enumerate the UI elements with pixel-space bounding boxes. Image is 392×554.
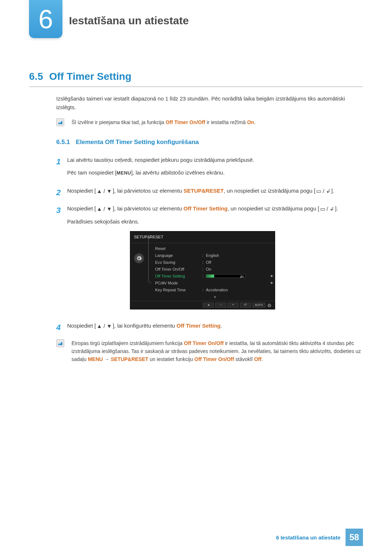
- step-index: 4: [56, 321, 67, 334]
- osd-slider-fill: [206, 275, 214, 278]
- section-number: 6.5: [29, 71, 43, 82]
- subsection-title: Elementa Off Timer Setting konfigurēšana: [76, 139, 199, 145]
- osd-minus-icon: −: [215, 303, 226, 308]
- osd-row-active: Off Timer Setting: 4h ▶: [155, 273, 275, 280]
- osd-row: Language:English: [155, 252, 275, 259]
- osd-more-icon: ▼: [155, 294, 275, 300]
- subsection-heading: 6.5.1 Elementa Off Timer Setting konfigu…: [56, 137, 361, 147]
- osd-screenshot: SETUP&RESET: [130, 231, 275, 309]
- section-heading: 6.5 Off Timer Setting: [29, 71, 363, 82]
- section-divider: [29, 86, 363, 87]
- menu-keyword: MENU: [117, 170, 131, 176]
- osd-row: Off Timer On/Off:On: [155, 266, 275, 273]
- page-footer: 6 Iestatīšana un atiestate 58: [276, 529, 363, 546]
- step-index: 2: [56, 186, 67, 199]
- osd-slider: 4h: [206, 274, 246, 278]
- osd-back-icon: ◂: [203, 303, 214, 308]
- osd-plus-icon: +: [228, 303, 238, 308]
- osd-enter-icon: ⏎: [240, 303, 251, 308]
- step-list: 1 Lai atvērtu taustiņu ceļvedi, nospiedi…: [56, 155, 361, 334]
- chapter-title: Iestatīšana un atiestate: [69, 15, 189, 27]
- osd-slider-value: 4h: [240, 274, 244, 278]
- osd-row: Eco Saving:Off: [155, 259, 275, 266]
- up-down-icon: ▲ / ▼: [96, 189, 113, 194]
- enter-source-icon: ▭ / ↲: [319, 206, 335, 212]
- caret-right-icon: ▶: [271, 274, 273, 279]
- note-eu-regulation: Eiropas tirgū izplatītajiem izstrādājumi…: [56, 339, 361, 364]
- step-3: 3 Nospiediet [▲ / ▼], lai pārvietotos uz…: [56, 204, 361, 316]
- step-text: Nospiediet [▲ / ▼], lai konfigurētu elem…: [67, 321, 222, 334]
- step-index: 3: [56, 204, 67, 316]
- osd-bracket-icon: [148, 234, 152, 284]
- up-down-icon: ▲ / ▼: [96, 324, 113, 329]
- step-text: Nospiediet [▲ / ▼], lai pārvietotos uz e…: [67, 204, 338, 316]
- osd-menu: Reset Language:English Eco Saving:Off: [148, 243, 275, 301]
- chapter-number: 6: [38, 6, 53, 32]
- gear-icon: [134, 253, 144, 263]
- caret-right-icon: ▶: [271, 280, 273, 286]
- step-1: 1 Lai atvērtu taustiņu ceļvedi, nospiedi…: [56, 155, 361, 181]
- step-2: 2 Nospiediet [▲ / ▼], lai pārvietotos uz…: [56, 186, 361, 199]
- note-text: Šī izvēlne ir pieejama tikai tad, ja fun…: [72, 118, 256, 126]
- body: Izslēgšanās taimeri var iestatīt diapazo…: [56, 94, 361, 364]
- note-availability: Šī izvēlne ir pieejama tikai tad, ja fun…: [56, 118, 361, 126]
- osd-power-icon: ⏻: [267, 303, 272, 308]
- enter-source-icon: ▭ / ↲: [315, 189, 331, 194]
- step-4: 4 Nospiediet [▲ / ▼], lai konfigurētu el…: [56, 321, 361, 334]
- step-text: Lai atvērtu taustiņu ceļvedi, nospiediet…: [67, 155, 254, 181]
- step-text: Nospiediet [▲ / ▼], lai pārvietotos uz e…: [67, 186, 334, 199]
- footer-chapter: 6 Iestatīšana un atiestate: [276, 534, 340, 541]
- intro-text: Izslēgšanās taimeri var iestatīt diapazo…: [56, 94, 361, 112]
- step-index: 1: [56, 155, 67, 181]
- footer-page-number: 58: [346, 529, 363, 546]
- note-icon: [56, 118, 64, 126]
- note-icon: [56, 339, 64, 347]
- section-title: Off Timer Setting: [49, 71, 131, 82]
- up-down-icon: ▲ / ▼: [96, 206, 113, 212]
- osd-row: PC/AV Mode ▶: [155, 280, 275, 287]
- osd-footer: ◂ − + ⏎ AUTO ⏻: [130, 301, 275, 309]
- subsection-number: 6.5.1: [56, 139, 70, 145]
- note-text: Eiropas tirgū izplatītajiem izstrādājumi…: [72, 339, 361, 364]
- osd-sidebar: [130, 243, 148, 301]
- osd-row: Reset: [155, 245, 275, 252]
- osd-auto-button: AUTO: [252, 303, 265, 308]
- osd-row: Key Repeat Time:Acceleration: [155, 287, 275, 294]
- chapter-tab: 6: [29, 0, 62, 38]
